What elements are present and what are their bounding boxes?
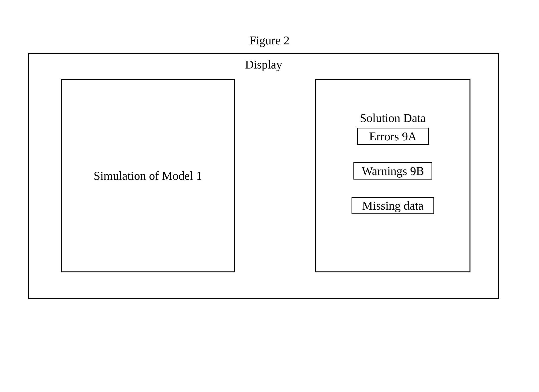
warnings-box: Warnings 9B: [353, 162, 432, 180]
simulation-label: Simulation of Model 1: [94, 169, 202, 183]
solution-data-title: Solution Data: [360, 111, 426, 125]
errors-box: Errors 9A: [357, 128, 429, 145]
simulation-panel: Simulation of Model 1: [61, 79, 235, 272]
solution-data-panel: Solution Data Errors 9A Warnings 9B Miss…: [315, 79, 470, 272]
display-container: Display Simulation of Model 1 Solution D…: [28, 53, 499, 299]
figure-title: Figure 2: [249, 33, 289, 47]
missing-data-box: Missing data: [352, 197, 434, 214]
display-label: Display: [245, 58, 282, 71]
